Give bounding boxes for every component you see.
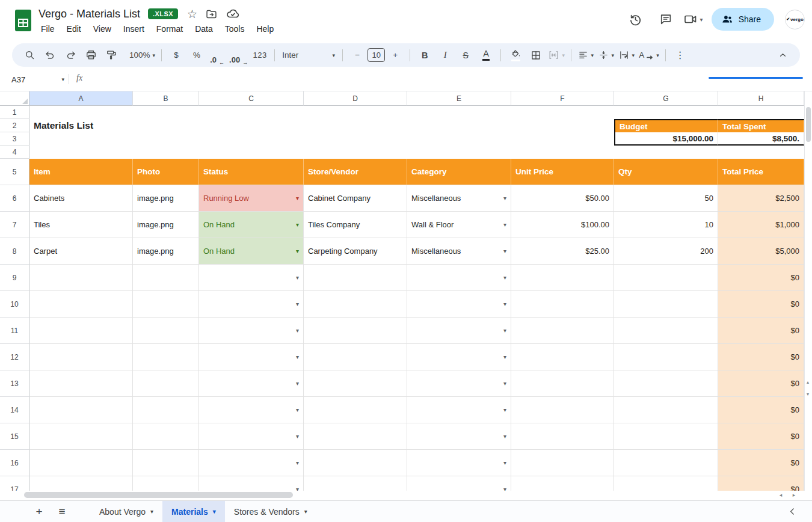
status-cell[interactable]: ▾ bbox=[199, 344, 304, 370]
empty-cell[interactable] bbox=[304, 119, 407, 132]
total-price-cell[interactable]: $1,000 bbox=[718, 212, 804, 238]
item-cell[interactable]: Cabinets bbox=[29, 185, 133, 212]
total-price-cell[interactable]: $0 bbox=[718, 344, 804, 370]
empty-cell[interactable] bbox=[407, 106, 511, 119]
empty-cell[interactable] bbox=[133, 146, 199, 159]
unit-price-cell[interactable] bbox=[511, 423, 614, 450]
category-cell[interactable]: Miscellaneous▾ bbox=[407, 238, 511, 265]
item-cell[interactable] bbox=[29, 318, 133, 344]
table-header-total-price[interactable]: Total Price bbox=[718, 159, 804, 185]
search-button[interactable] bbox=[19, 46, 40, 64]
photo-cell[interactable]: image.png bbox=[133, 212, 199, 238]
unit-price-cell[interactable] bbox=[511, 397, 614, 423]
document-title[interactable]: Vergo - Materials List bbox=[38, 8, 140, 20]
vendor-cell[interactable] bbox=[304, 291, 407, 318]
qty-cell[interactable]: 50 bbox=[614, 185, 718, 212]
unit-price-cell[interactable] bbox=[511, 370, 614, 397]
item-cell[interactable] bbox=[29, 370, 133, 397]
category-cell[interactable]: ▾ bbox=[407, 370, 511, 397]
category-cell[interactable]: ▾ bbox=[407, 344, 511, 370]
qty-cell[interactable] bbox=[614, 291, 718, 318]
increase-decimal-button[interactable]: .00 → bbox=[227, 46, 250, 64]
increase-font-size-button[interactable]: + bbox=[385, 46, 405, 64]
qty-cell[interactable] bbox=[614, 423, 718, 450]
empty-cell[interactable] bbox=[407, 146, 511, 159]
category-cell[interactable]: ▾ bbox=[407, 318, 511, 344]
scroll-up-button[interactable]: ▴ bbox=[804, 377, 811, 387]
zoom-select[interactable]: 100% ▾ bbox=[128, 46, 157, 64]
category-cell[interactable]: Wall & Floor▾ bbox=[407, 212, 511, 238]
formula-input[interactable] bbox=[90, 70, 692, 87]
empty-cell[interactable] bbox=[407, 119, 511, 132]
sheet-tab-materials[interactable]: Materials▾ bbox=[162, 501, 225, 522]
vendor-cell[interactable] bbox=[304, 265, 407, 291]
cell-dropdown-icon[interactable]: ▾ bbox=[296, 195, 299, 201]
strikethrough-button[interactable]: S bbox=[455, 46, 476, 64]
cell-dropdown-icon[interactable]: ▾ bbox=[503, 407, 506, 413]
empty-cell[interactable] bbox=[304, 106, 407, 119]
redo-button[interactable] bbox=[60, 46, 81, 64]
item-cell[interactable] bbox=[29, 397, 133, 423]
empty-cell[interactable] bbox=[29, 106, 133, 119]
vendor-cell[interactable] bbox=[304, 450, 407, 476]
photo-cell[interactable] bbox=[133, 476, 199, 491]
vendor-cell[interactable] bbox=[304, 370, 407, 397]
total-price-cell[interactable]: $0 bbox=[718, 318, 804, 344]
text-wrap-button[interactable]: ▾ bbox=[617, 46, 637, 64]
category-cell[interactable]: ▾ bbox=[407, 291, 511, 318]
italic-button[interactable]: I bbox=[435, 46, 455, 64]
text-rotation-button[interactable]: A ▾ bbox=[637, 46, 661, 64]
unit-price-cell[interactable]: $25.00 bbox=[511, 238, 614, 265]
photo-cell[interactable]: image.png bbox=[133, 185, 199, 212]
cloud-status-icon[interactable] bbox=[226, 7, 240, 21]
row-header-5[interactable]: 5 bbox=[0, 159, 29, 185]
vendor-cell[interactable] bbox=[304, 423, 407, 450]
total-price-cell[interactable]: $0 bbox=[718, 476, 804, 491]
empty-cell[interactable] bbox=[718, 106, 804, 119]
empty-cell[interactable] bbox=[511, 119, 614, 132]
cell-dropdown-icon[interactable]: ▾ bbox=[503, 459, 506, 466]
sheet-tab-about-vergo[interactable]: About Vergo▾ bbox=[90, 501, 162, 522]
row-header-12[interactable]: 12 bbox=[0, 344, 29, 370]
status-cell[interactable]: ▾ bbox=[199, 291, 304, 318]
font-select[interactable]: Inter ▾ bbox=[279, 46, 338, 64]
total-price-cell[interactable]: $0 bbox=[718, 265, 804, 291]
row-header-4[interactable]: 4 bbox=[0, 146, 29, 159]
empty-cell[interactable] bbox=[133, 119, 199, 132]
vendor-cell[interactable] bbox=[304, 318, 407, 344]
row-header-8[interactable]: 8 bbox=[0, 238, 29, 265]
vendor-cell[interactable] bbox=[304, 397, 407, 423]
photo-cell[interactable] bbox=[133, 370, 199, 397]
photo-cell[interactable] bbox=[133, 265, 199, 291]
vertical-scrollbar-thumb[interactable] bbox=[806, 107, 811, 142]
currency-format-button[interactable]: $ bbox=[166, 46, 186, 64]
total-price-cell[interactable]: $0 bbox=[718, 423, 804, 450]
qty-cell[interactable] bbox=[614, 450, 718, 476]
account-avatar[interactable]: ✔ vergo bbox=[785, 10, 805, 29]
text-color-button[interactable]: A bbox=[476, 46, 496, 64]
unit-price-cell[interactable]: $100.00 bbox=[511, 212, 614, 238]
row-header-17[interactable]: 17 bbox=[0, 476, 29, 491]
item-cell[interactable] bbox=[29, 344, 133, 370]
cell-dropdown-icon[interactable]: ▾ bbox=[503, 486, 506, 491]
status-cell[interactable]: ▾ bbox=[199, 450, 304, 476]
unit-price-cell[interactable]: $50.00 bbox=[511, 185, 614, 212]
borders-button[interactable] bbox=[526, 46, 546, 64]
table-header-qty[interactable]: Qty bbox=[614, 159, 718, 185]
item-cell[interactable] bbox=[29, 476, 133, 491]
scroll-left-button[interactable]: ◂ bbox=[776, 491, 786, 499]
empty-cell[interactable] bbox=[511, 106, 614, 119]
scroll-down-button[interactable]: ▾ bbox=[804, 389, 811, 399]
row-header-9[interactable]: 9 bbox=[0, 265, 29, 291]
qty-cell[interactable] bbox=[614, 370, 718, 397]
horizontal-scrollbar-thumb[interactable] bbox=[24, 492, 293, 498]
empty-cell[interactable] bbox=[407, 132, 511, 146]
cell-dropdown-icon[interactable]: ▾ bbox=[503, 380, 506, 387]
photo-cell[interactable] bbox=[133, 344, 199, 370]
category-cell[interactable]: Miscellaneous▾ bbox=[407, 185, 511, 212]
decrease-decimal-button[interactable]: .0 ← bbox=[207, 46, 227, 64]
merge-cells-button[interactable]: ▾ bbox=[546, 46, 567, 64]
cell-dropdown-icon[interactable]: ▾ bbox=[296, 407, 299, 413]
cell-dropdown-icon[interactable]: ▾ bbox=[296, 459, 299, 466]
cell-dropdown-icon[interactable]: ▾ bbox=[296, 221, 299, 228]
